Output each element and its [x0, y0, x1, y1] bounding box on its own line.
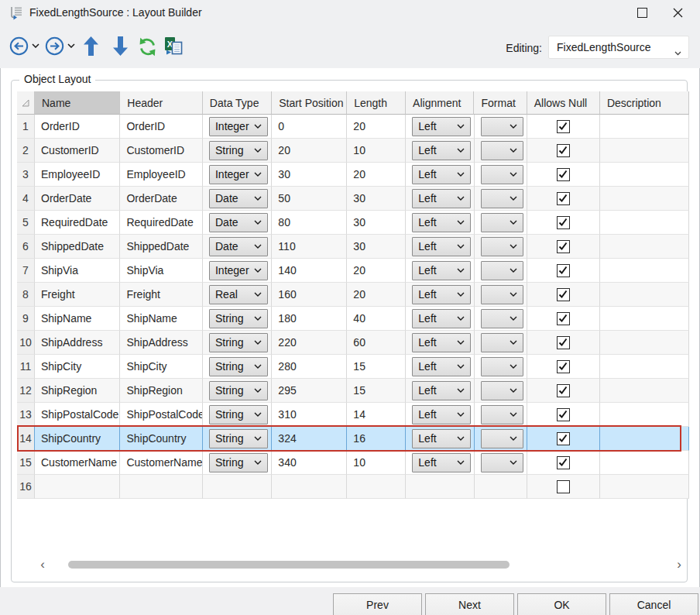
- cell-allows_null[interactable]: [527, 259, 600, 283]
- cell-header[interactable]: Freight: [120, 283, 203, 307]
- cell-allows_null[interactable]: [527, 235, 600, 259]
- cell-alignment[interactable]: Left: [406, 379, 474, 403]
- grid-row-16[interactable]: 16: [17, 475, 689, 499]
- allows-null-checkbox[interactable]: [557, 192, 570, 205]
- cell-description[interactable]: [600, 403, 689, 427]
- cell-name[interactable]: Freight: [35, 283, 120, 307]
- cell-data_type[interactable]: String: [203, 355, 272, 379]
- allows-null-checkbox[interactable]: [557, 408, 570, 421]
- cell-length[interactable]: 15: [347, 355, 406, 379]
- alignment-dropdown[interactable]: Left: [412, 165, 470, 184]
- alignment-dropdown[interactable]: Left: [412, 189, 470, 208]
- format-dropdown[interactable]: [481, 453, 523, 472]
- refresh-button[interactable]: [137, 37, 158, 57]
- cell-start_position[interactable]: 80: [272, 211, 347, 235]
- cell-data_type[interactable]: Integer: [203, 163, 272, 187]
- grid-row-3[interactable]: 3EmployeeIDEmployeeIDInteger3020Left: [17, 163, 689, 187]
- close-button[interactable]: [660, 0, 695, 25]
- row-number-cell[interactable]: 8: [17, 283, 35, 307]
- cell-data_type[interactable]: String: [203, 451, 272, 475]
- cell-header[interactable]: ShipVia: [120, 259, 203, 283]
- cell-format[interactable]: [475, 475, 527, 499]
- cell-alignment[interactable]: Left: [406, 403, 474, 427]
- cell-alignment[interactable]: Left: [406, 187, 474, 211]
- cell-length[interactable]: 30: [347, 187, 406, 211]
- data_type-dropdown[interactable]: String: [209, 381, 268, 400]
- grid-row-15[interactable]: 15CustomerNameCustomerNameString34010Lef…: [17, 451, 689, 475]
- format-dropdown[interactable]: [481, 309, 523, 328]
- cell-description[interactable]: [600, 427, 689, 451]
- cell-format[interactable]: [475, 187, 527, 211]
- grid-row-13[interactable]: 13ShipPostalCodeShipPostalCodeString3101…: [17, 403, 689, 427]
- back-options-button[interactable]: [32, 43, 39, 48]
- format-dropdown[interactable]: [481, 261, 523, 280]
- horizontal-scrollbar[interactable]: ‹ ›: [36, 558, 686, 572]
- data_type-dropdown[interactable]: String: [209, 453, 268, 472]
- cell-header[interactable]: ShipCountry: [120, 427, 203, 451]
- row-number-cell[interactable]: 16: [17, 475, 35, 499]
- move-down-button[interactable]: [112, 36, 129, 57]
- cell-header[interactable]: ShipPostalCode: [120, 403, 203, 427]
- cell-allows_null[interactable]: [527, 427, 600, 451]
- data_type-dropdown[interactable]: Integer: [209, 117, 268, 136]
- row-number-cell[interactable]: 2: [17, 139, 35, 163]
- cell-name[interactable]: ShipPostalCode: [35, 403, 120, 427]
- grid-row-11[interactable]: 11ShipCityShipCityString28015Left: [17, 355, 689, 379]
- export-excel-button[interactable]: X: [163, 36, 184, 57]
- grid-row-12[interactable]: 12ShipRegionShipRegionString29515Left: [17, 379, 689, 403]
- format-dropdown[interactable]: [481, 189, 523, 208]
- allows-null-checkbox[interactable]: [557, 384, 570, 397]
- cell-name[interactable]: OrderDate: [35, 187, 120, 211]
- column-header-alignment[interactable]: Alignment: [406, 91, 474, 115]
- format-dropdown[interactable]: [481, 165, 523, 184]
- cell-format[interactable]: [475, 139, 527, 163]
- cell-format[interactable]: [475, 403, 527, 427]
- cell-name[interactable]: ShipCity: [35, 355, 120, 379]
- prev-button[interactable]: Prev: [333, 593, 422, 615]
- allows-null-checkbox[interactable]: [557, 120, 570, 133]
- cell-data_type[interactable]: Date: [203, 187, 272, 211]
- cell-allows_null[interactable]: [527, 379, 600, 403]
- cell-data_type[interactable]: Date: [203, 235, 272, 259]
- cell-header[interactable]: CustomerName: [120, 451, 203, 475]
- cell-start_position[interactable]: 340: [272, 451, 347, 475]
- cell-start_position[interactable]: 220: [272, 331, 347, 355]
- cell-description[interactable]: [600, 211, 689, 235]
- cell-description[interactable]: [600, 283, 689, 307]
- cell-description[interactable]: [600, 379, 689, 403]
- alignment-dropdown[interactable]: Left: [412, 333, 470, 352]
- cell-name[interactable]: CustomerID: [35, 139, 120, 163]
- format-dropdown[interactable]: [481, 405, 523, 424]
- cell-allows_null[interactable]: [527, 211, 600, 235]
- cell-allows_null[interactable]: [527, 331, 600, 355]
- cell-length[interactable]: 10: [347, 451, 406, 475]
- data_type-dropdown[interactable]: String: [209, 429, 268, 448]
- grid-row-8[interactable]: 8FreightFreightReal16020Left: [17, 283, 689, 307]
- cell-length[interactable]: 20: [347, 283, 406, 307]
- allows-null-checkbox[interactable]: [557, 168, 570, 181]
- cell-format[interactable]: [475, 211, 527, 235]
- alignment-dropdown[interactable]: Left: [412, 453, 470, 472]
- cell-name[interactable]: EmployeeID: [35, 163, 120, 187]
- forward-options-button[interactable]: [67, 43, 75, 48]
- grid-row-1[interactable]: 1OrderIDOrderIDInteger020Left: [17, 115, 689, 139]
- cell-header[interactable]: ShipAddress: [120, 331, 203, 355]
- row-number-cell[interactable]: 13: [17, 403, 35, 427]
- cell-alignment[interactable]: Left: [406, 451, 474, 475]
- grid-row-2[interactable]: 2CustomerIDCustomerIDString2010Left: [17, 139, 689, 163]
- cell-length[interactable]: 30: [347, 235, 406, 259]
- cell-allows_null[interactable]: [527, 163, 600, 187]
- cell-length[interactable]: 30: [347, 211, 406, 235]
- cell-alignment[interactable]: Left: [406, 355, 474, 379]
- format-dropdown[interactable]: [481, 333, 523, 352]
- cell-allows_null[interactable]: [527, 115, 600, 139]
- alignment-dropdown[interactable]: Left: [412, 261, 470, 280]
- cell-description[interactable]: [600, 187, 689, 211]
- alignment-dropdown[interactable]: Left: [412, 237, 470, 256]
- data_type-dropdown[interactable]: String: [209, 333, 268, 352]
- data_type-dropdown[interactable]: Integer: [209, 261, 268, 280]
- data_type-dropdown[interactable]: Real: [209, 285, 268, 304]
- allows-null-checkbox[interactable]: [557, 144, 570, 157]
- cell-header[interactable]: ShipRegion: [120, 379, 203, 403]
- cell-start_position[interactable]: [272, 475, 347, 499]
